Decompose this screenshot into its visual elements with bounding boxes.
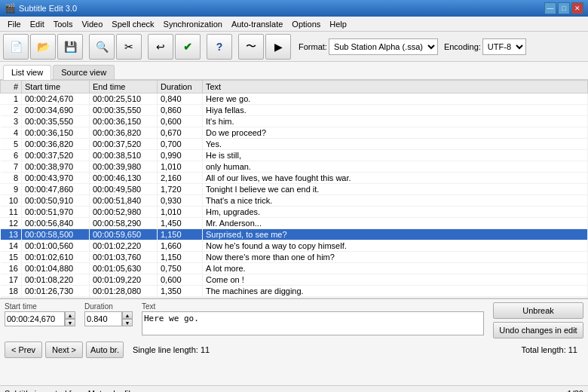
row-end: 00:00:59,650: [90, 229, 158, 240]
table-row[interactable]: 13 00:00:58,500 00:00:59,650 1,150 Surpr…: [1, 229, 588, 240]
table-row[interactable]: 18 00:01:26,730 00:01:28,080 1,350 The m…: [1, 286, 588, 297]
table-row[interactable]: 9 00:00:47,860 00:00:49,580 1,720 Tonigh…: [1, 184, 588, 195]
table-row[interactable]: 4 00:00:36,150 00:00:36,820 0,670 Do we …: [1, 127, 588, 139]
status-bar: Subtitle imported from Matroska file 1/3…: [0, 385, 588, 392]
row-dur: 0,750: [158, 263, 203, 274]
row-start: 00:00:51,970: [22, 207, 90, 218]
menu-options[interactable]: Options: [287, 18, 325, 30]
table-row[interactable]: 12 00:00:56,840 00:00:58,290 1,450 Mr. A…: [1, 218, 588, 229]
row-text: Mr. Anderson...: [203, 218, 588, 229]
row-text: That's a nice trick.: [203, 195, 588, 207]
row-text: Surprised, to see me?: [203, 229, 588, 240]
col-header-num: #: [1, 81, 22, 93]
row-start: 00:00:35,550: [22, 116, 90, 127]
menu-video[interactable]: Video: [77, 18, 107, 30]
tab-source-view[interactable]: Source view: [53, 65, 115, 79]
menu-edit[interactable]: Edit: [26, 18, 49, 30]
row-text: Yes.: [203, 139, 588, 150]
row-end: 00:00:46,130: [90, 173, 158, 184]
close-button[interactable]: ✕: [571, 2, 583, 14]
text-editor[interactable]: [142, 311, 484, 335]
find-button[interactable]: 🔍: [89, 34, 115, 60]
row-text: He is still,: [203, 150, 588, 161]
row-end: 00:01:03,760: [90, 252, 158, 263]
apply-button[interactable]: ✔: [175, 34, 201, 60]
menu-synchronization[interactable]: Synchronization: [159, 18, 227, 30]
duration-label: Duration: [84, 302, 133, 311]
row-dur: 0,600: [158, 116, 203, 127]
undo-button[interactable]: ↩: [148, 34, 173, 60]
row-end: 00:01:28,080: [90, 286, 158, 297]
table-row[interactable]: 7 00:00:38,970 00:00:39,980 1,010 only h…: [1, 161, 588, 173]
table-row[interactable]: 15 00:01:02,610 00:01:03,760 1,150 Now t…: [1, 252, 588, 263]
table-row[interactable]: 17 00:01:08,220 00:01:09,220 0,600 Come …: [1, 274, 588, 286]
menu-bar: File Edit Tools Video Spell check Synchr…: [0, 17, 588, 32]
row-start: 00:00:43,970: [22, 173, 90, 184]
format-select[interactable]: Sub Station Alpha (.ssa): [329, 38, 438, 55]
col-header-start: Start time: [22, 81, 90, 93]
row-num: 15: [1, 252, 22, 263]
tab-list-view[interactable]: List view: [3, 65, 51, 80]
open-button[interactable]: 📂: [30, 34, 56, 60]
new-button[interactable]: 📄: [3, 34, 29, 60]
waveform-button[interactable]: 〜: [238, 34, 264, 60]
subtitle-table-container: # Start time End time Duration Text 1 00…: [0, 80, 588, 299]
title-bar: 🎬 Subtitle Edit 3.0 — □ ✕: [0, 0, 588, 17]
table-row[interactable]: 2 00:00:34,690 00:00:35,550 0,860 Hiya f…: [1, 105, 588, 116]
table-row[interactable]: 10 00:00:50,910 00:00:51,840 0,930 That'…: [1, 195, 588, 207]
undo-changes-button[interactable]: Undo changes in edit: [493, 322, 583, 338]
unbreak-button[interactable]: Unbreak: [493, 302, 583, 319]
video-button[interactable]: ▶: [265, 34, 291, 60]
start-time-input[interactable]: [5, 311, 65, 326]
row-num: 1: [1, 93, 22, 105]
menu-spellcheck[interactable]: Spell check: [107, 18, 158, 30]
row-dur: 1,660: [158, 240, 203, 252]
table-row[interactable]: 3 00:00:35,550 00:00:36,150 0,600 It's h…: [1, 116, 588, 127]
table-row[interactable]: 6 00:00:37,520 00:00:38,510 0,990 He is …: [1, 150, 588, 161]
row-num: 14: [1, 240, 22, 252]
menu-help[interactable]: Help: [325, 18, 351, 30]
row-num: 19: [1, 297, 22, 299]
row-text: It's him.: [203, 116, 588, 127]
minimize-button[interactable]: —: [544, 2, 556, 14]
total-length-info: Total length: 11: [521, 345, 577, 354]
duration-input[interactable]: [84, 311, 122, 326]
help-button[interactable]: ?: [207, 34, 232, 60]
row-num: 13: [1, 229, 22, 240]
row-text: Tonight I believe we can end it.: [203, 184, 588, 195]
row-dur: 0,600: [158, 274, 203, 286]
maximize-button[interactable]: □: [558, 2, 570, 14]
replace-button[interactable]: ✂: [116, 34, 142, 60]
row-dur: 1,450: [158, 218, 203, 229]
row-num: 16: [1, 263, 22, 274]
row-start: 00:00:36,150: [22, 127, 90, 139]
start-time-down[interactable]: ▼: [65, 319, 75, 326]
menu-autotranslate[interactable]: Auto-translate: [227, 18, 287, 30]
row-start: 00:00:58,500: [22, 229, 90, 240]
table-row[interactable]: 8 00:00:43,970 00:00:46,130 2,160 All of…: [1, 173, 588, 184]
menu-tools[interactable]: Tools: [49, 18, 78, 30]
prev-button[interactable]: < Prev: [5, 341, 42, 358]
row-num: 18: [1, 286, 22, 297]
table-row[interactable]: 16 00:01:04,880 00:01:05,630 0,750 A lot…: [1, 263, 588, 274]
next-button[interactable]: Next >: [45, 341, 83, 358]
row-end: 00:00:51,840: [90, 195, 158, 207]
auto-br-button[interactable]: Auto br.: [86, 341, 124, 358]
table-row[interactable]: 11 00:00:51,970 00:00:52,980 1,010 Hm, u…: [1, 207, 588, 218]
row-dur: 1,010: [158, 161, 203, 173]
table-row[interactable]: 1 00:00:24,670 00:00:25,510 0,840 Here w…: [1, 93, 588, 105]
table-row[interactable]: 19 00:01:29,210 00:01:31,620 2,410 They'…: [1, 297, 588, 299]
row-end: 00:00:37,520: [90, 139, 158, 150]
encoding-select[interactable]: UTF-8: [482, 38, 526, 55]
duration-up[interactable]: ▲: [122, 311, 133, 319]
start-time-up[interactable]: ▲: [65, 311, 75, 319]
row-end: 00:00:36,150: [90, 116, 158, 127]
table-row[interactable]: 14 00:01:00,560 00:01:02,220 1,660 Now h…: [1, 240, 588, 252]
row-num: 11: [1, 207, 22, 218]
row-dur: 2,160: [158, 173, 203, 184]
row-start: 00:00:38,970: [22, 161, 90, 173]
save-button[interactable]: 💾: [57, 34, 83, 60]
menu-file[interactable]: File: [3, 18, 26, 30]
table-row[interactable]: 5 00:00:36,820 00:00:37,520 0,700 Yes.: [1, 139, 588, 150]
duration-down[interactable]: ▼: [122, 319, 133, 326]
